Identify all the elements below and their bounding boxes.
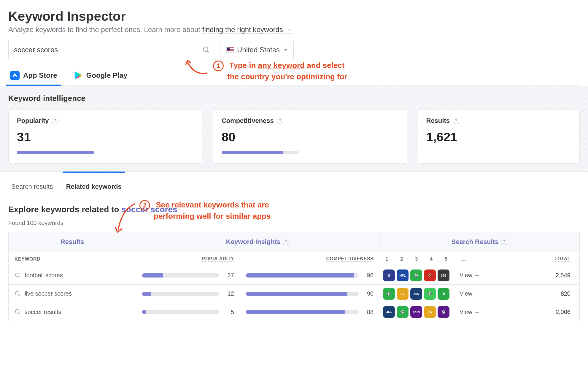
step1-text: Type in any keyword and select the count…	[213, 61, 347, 81]
competitiveness-bar	[222, 151, 299, 154]
keyword-input[interactable]	[14, 46, 202, 54]
app-store-icon	[10, 71, 20, 80]
popularity-row-bar	[142, 273, 219, 278]
col-5: 5	[439, 252, 454, 266]
keyword-text: soccer results	[25, 309, 61, 315]
popularity-bar	[17, 151, 94, 154]
tab-google-play[interactable]: Google Play	[73, 69, 129, 85]
competitiveness-card: Competitiveness ? 80	[213, 110, 407, 164]
app-icon[interactable]: ⚽	[410, 269, 422, 281]
search-icon	[15, 291, 21, 297]
competitiveness-row-bar	[246, 292, 359, 296]
table-sub-header: KEYWORD POPULARITY COMPETITIVENESS 1 2 3…	[8, 252, 580, 266]
popularity-row-bar	[142, 310, 219, 314]
found-count: Found 100 keywords	[8, 220, 580, 226]
table-row: live soccer scores1290⚽LS365⚽⊕View →820	[8, 284, 580, 303]
app-icon[interactable]: beIN	[410, 306, 422, 318]
keyword-search-box[interactable]	[8, 40, 216, 60]
step2-text: See relevant keywords that are performin…	[139, 200, 271, 221]
group-insights: Keyword Insights ?	[136, 232, 379, 252]
app-icons-cell: 365⚽beINLS⚽	[379, 306, 460, 318]
keyword-cell[interactable]: live soccer scores	[9, 290, 136, 297]
view-link[interactable]: View →	[460, 290, 495, 297]
svg-line-5	[19, 294, 20, 296]
competitiveness-label: Competitiveness	[222, 117, 274, 125]
app-icon[interactable]: LS	[424, 306, 436, 318]
total-cell: 820	[495, 290, 579, 297]
tab-google-play-label: Google Play	[86, 71, 128, 80]
col-3: 3	[409, 252, 424, 266]
tab-related-keywords[interactable]: Related keywords	[64, 180, 123, 194]
app-icon[interactable]: ⚽	[397, 306, 409, 318]
svg-point-4	[15, 291, 19, 295]
app-icon[interactable]: 🏈	[424, 269, 436, 281]
col-more: ...	[454, 252, 474, 266]
view-link[interactable]: View →	[460, 309, 495, 315]
competitiveness-bar-fill	[222, 151, 283, 154]
svg-point-2	[15, 273, 19, 277]
total-cell: 2,006	[495, 309, 579, 315]
col-2: 2	[394, 252, 409, 266]
help-icon[interactable]: ?	[501, 239, 507, 245]
table-row: football scores2796SNFL⚽🏈365View →2,549	[8, 266, 580, 284]
col-total[interactable]: TOTAL	[474, 252, 579, 266]
popularity-row-bar	[142, 292, 219, 296]
results-value: 1,621	[426, 130, 571, 144]
competitiveness-cell: 96	[240, 272, 379, 279]
tab-search-results[interactable]: Search results	[9, 180, 55, 194]
explore-title: Explore keywords related to soccer score…	[8, 205, 580, 214]
competitiveness-row-value: 96	[363, 272, 374, 279]
competitiveness-row-bar	[246, 310, 359, 314]
search-icon	[15, 272, 21, 279]
app-icon[interactable]: 365	[410, 288, 422, 300]
popularity-row-value: 12	[223, 290, 234, 297]
page-subtitle: Analyze keywords to find the perfect one…	[8, 26, 580, 34]
col-popularity[interactable]: POPULARITY	[136, 252, 240, 266]
svg-point-0	[203, 47, 208, 52]
svg-line-3	[19, 276, 20, 278]
app-icon[interactable]: S	[383, 269, 395, 281]
col-competitiveness[interactable]: COMPETITIVENESS	[240, 252, 379, 266]
app-icon[interactable]: 365	[438, 269, 449, 281]
search-icon	[15, 309, 21, 315]
view-link[interactable]: View →	[460, 272, 495, 279]
svg-point-6	[15, 310, 19, 313]
app-icon[interactable]: ⚽	[424, 288, 436, 300]
us-flag-icon	[226, 47, 234, 53]
app-icon[interactable]: LS	[397, 288, 409, 300]
help-icon[interactable]: ?	[453, 118, 459, 124]
svg-line-7	[19, 313, 20, 314]
svg-line-1	[207, 51, 209, 53]
ki-section-title: Keyword intelligence	[8, 94, 580, 103]
annotation-step1: 1 Type in any keyword and select the cou…	[213, 60, 391, 83]
help-icon[interactable]: ?	[283, 239, 289, 245]
competitiveness-row-value: 90	[363, 290, 374, 297]
country-select[interactable]: United States	[220, 40, 294, 60]
keyword-cell[interactable]: football scores	[9, 272, 136, 279]
subtitle-link[interactable]: finding the right keywords →	[202, 26, 292, 34]
country-label: United States	[237, 46, 280, 54]
popularity-row-value: 27	[223, 272, 234, 279]
annotation-step2: 2 See relevant keywords that are perform…	[139, 199, 271, 222]
col-keyword[interactable]: KEYWORD	[9, 252, 136, 266]
app-icons-cell: ⚽LS365⚽⊕	[379, 288, 460, 300]
tab-app-store-label: App Store	[23, 71, 57, 80]
keyword-text: live soccer scores	[25, 290, 72, 297]
tab-app-store[interactable]: App Store	[9, 69, 58, 85]
subtitle-lead: Analyze keywords to find the perfect one…	[8, 26, 202, 34]
chevron-down-icon	[284, 49, 287, 51]
app-icon[interactable]: ⚽	[438, 306, 449, 318]
keyword-text: football scores	[25, 272, 63, 279]
col-4: 4	[424, 252, 439, 266]
competitiveness-row-value: 88	[363, 309, 374, 315]
app-icon[interactable]: NFL	[397, 269, 409, 281]
app-icon[interactable]: 365	[383, 306, 395, 318]
app-icon[interactable]: ⚽	[383, 288, 395, 300]
search-icon[interactable]	[202, 46, 210, 54]
keyword-cell[interactable]: soccer results	[9, 309, 136, 315]
help-icon[interactable]: ?	[277, 118, 283, 124]
app-icon[interactable]: ⊕	[438, 288, 449, 300]
help-icon[interactable]: ?	[52, 118, 58, 124]
col-1: 1	[379, 252, 394, 266]
competitiveness-cell: 90	[240, 290, 379, 297]
